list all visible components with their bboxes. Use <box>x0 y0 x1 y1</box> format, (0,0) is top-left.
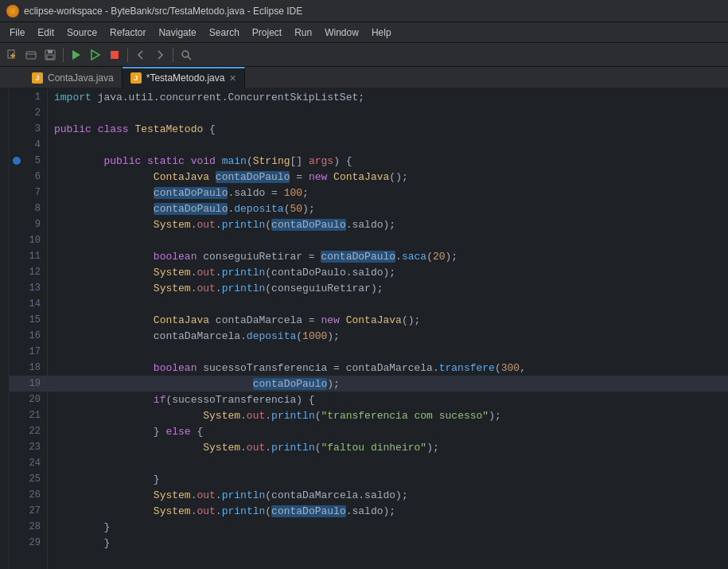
menu-help[interactable]: Help <box>365 25 398 40</box>
title-bar: eclipse-workspace - ByteBank/src/TestaMe… <box>0 0 728 22</box>
gutter-line-16: 16 <box>10 328 47 344</box>
code-line-15: ContaJava contaDaMarcela = new ContaJava… <box>48 312 728 328</box>
breakpoint-5 <box>13 157 21 165</box>
new-button[interactable] <box>3 46 21 64</box>
svg-line-11 <box>188 57 191 60</box>
editor-left-margin <box>0 89 10 569</box>
gutter-line-4: 4 <box>10 137 47 153</box>
menu-refactor[interactable]: Refactor <box>103 25 152 40</box>
gutter-line-8: 8 <box>10 201 47 216</box>
run-button[interactable] <box>68 46 85 64</box>
gutter-line-9: 9 <box>10 216 47 232</box>
gutter-line-10: 10 <box>10 232 47 248</box>
debug-button[interactable] <box>87 46 104 64</box>
code-line-28: } <box>48 519 728 535</box>
svg-rect-0 <box>8 50 14 58</box>
svg-rect-5 <box>48 50 53 53</box>
line-number-gutter: 1 2 3 4 5 6 7 8 9 10 11 12 13 14 15 16 1… <box>10 89 48 569</box>
toolbar <box>0 43 728 67</box>
java-file-icon: J <box>32 72 43 84</box>
gutter-line-13: 13 <box>10 280 47 296</box>
menu-bar: File Edit Source Refactor Navigate Searc… <box>0 22 728 43</box>
code-editor[interactable]: import java.util.concurrent.ConcurrentSk… <box>48 89 728 569</box>
code-line-23: System.out.println("faltou dinheiro"); <box>48 439 728 455</box>
menu-edit[interactable]: Edit <box>31 25 60 40</box>
gutter-line-22: 22 <box>10 423 47 439</box>
code-line-7: contaDoPaulo.saldo = 100; <box>48 185 728 201</box>
code-line-8: contaDoPaulo.deposita(50); <box>48 201 728 216</box>
gutter-line-25: 25 <box>10 471 47 487</box>
code-line-13: System.out.println(conseguiuRetirar); <box>48 280 728 296</box>
stop-button[interactable] <box>106 46 123 64</box>
tab-bar: J ContaJava.java J *TestaMetodo.java × <box>0 67 728 89</box>
tab-contajava[interactable]: J ContaJava.java <box>24 67 123 88</box>
code-line-16: contaDaMarcela.deposita(1000); <box>48 328 728 344</box>
gutter-line-3: 3 <box>10 121 47 137</box>
java-file-icon-active: J <box>130 72 142 84</box>
code-line-29: } <box>48 535 728 551</box>
gutter-line-23: 23 <box>10 439 47 455</box>
menu-source[interactable]: Source <box>60 25 103 40</box>
code-line-20: if(sucessoTransferencia) { <box>48 392 728 407</box>
svg-rect-6 <box>47 55 53 59</box>
gutter-line-11: 11 <box>10 248 47 264</box>
menu-file[interactable]: File <box>3 25 31 40</box>
menu-search[interactable]: Search <box>203 25 246 40</box>
code-line-5: public static void main(String[] args) { <box>48 153 728 169</box>
open-button[interactable] <box>22 46 40 64</box>
search-button[interactable] <box>177 46 195 64</box>
code-line-19: contaDoPaulo); <box>48 376 728 392</box>
code-line-22: } else { <box>48 423 728 439</box>
menu-navigate[interactable]: Navigate <box>152 25 202 40</box>
code-line-4 <box>48 137 728 153</box>
code-line-27: System.out.println(contaDoPaulo.saldo); <box>48 503 728 519</box>
code-line-2 <box>48 105 728 121</box>
code-line-26: System.out.println(contaDaMarcela.saldo)… <box>48 487 728 503</box>
gutter-line-6: 6 <box>10 169 47 185</box>
gutter-line-7: 7 <box>10 185 47 201</box>
tab-close-button[interactable]: × <box>229 72 236 84</box>
code-line-9: System.out.println(contaDoPaulo.saldo); <box>48 216 728 232</box>
gutter-line-15: 15 <box>10 312 47 328</box>
svg-marker-8 <box>91 50 99 60</box>
code-line-6: ContaJava contaDoPaulo = new ContaJava()… <box>48 169 728 185</box>
code-line-25: } <box>48 471 728 487</box>
code-line-24 <box>48 455 728 471</box>
code-line-12: System.out.println(contaDoPaulo.saldo); <box>48 264 728 280</box>
gutter-line-27: 27 <box>10 503 47 519</box>
menu-window[interactable]: Window <box>318 25 365 40</box>
menu-project[interactable]: Project <box>246 25 288 40</box>
window-title: eclipse-workspace - ByteBank/src/TestaMe… <box>24 6 302 17</box>
gutter-line-21: 21 <box>10 407 47 423</box>
gutter-line-17: 17 <box>10 344 47 360</box>
gutter-line-24: 24 <box>10 455 47 471</box>
svg-marker-7 <box>72 50 80 60</box>
save-button[interactable] <box>41 46 59 64</box>
gutter-line-20: 20 <box>10 392 47 407</box>
tab-testametodo-label: *TestaMetodo.java <box>146 72 225 84</box>
svg-rect-3 <box>26 52 36 59</box>
gutter-line-19: 19 <box>10 376 47 392</box>
code-line-17 <box>48 344 728 360</box>
gutter-line-18: 18 <box>10 360 47 376</box>
svg-rect-9 <box>111 51 119 59</box>
toolbar-separator-3 <box>173 48 173 62</box>
gutter-line-5: 5 <box>10 153 47 169</box>
editor-area: 1 2 3 4 5 6 7 8 9 10 11 12 13 14 15 16 1… <box>0 89 728 569</box>
code-line-3: public class TestaMetodo { <box>48 121 728 137</box>
code-line-18: boolean sucessoTransferencia = contaDaMa… <box>48 360 728 376</box>
toolbar-separator-1 <box>63 48 64 62</box>
code-line-11: boolean conseguiuRetirar = contaDoPaulo.… <box>48 248 728 264</box>
next-button[interactable] <box>151 46 169 64</box>
menu-run[interactable]: Run <box>288 25 318 40</box>
gutter-line-29: 29 <box>10 535 47 551</box>
tab-testametodo[interactable]: J *TestaMetodo.java × <box>123 67 245 88</box>
app-icon <box>6 5 19 18</box>
gutter-line-14: 14 <box>10 296 47 312</box>
tab-contajava-label: ContaJava.java <box>48 72 114 84</box>
gutter-line-12: 12 <box>10 264 47 280</box>
svg-point-10 <box>182 51 189 57</box>
code-line-1: import java.util.concurrent.ConcurrentSk… <box>48 89 728 105</box>
code-line-21: System.out.println("transferencia com su… <box>48 407 728 423</box>
prev-button[interactable] <box>132 46 150 64</box>
